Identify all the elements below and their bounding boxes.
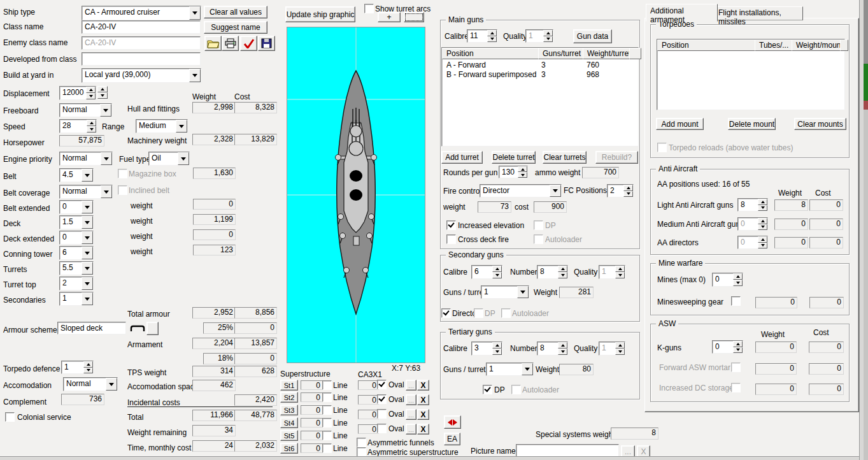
turret-top-select[interactable]: 2 (59, 277, 94, 291)
up-arrow-icon[interactable] (615, 342, 625, 349)
funnel4-oval-checkbox[interactable] (377, 424, 387, 433)
down-arrow-icon[interactable] (487, 36, 497, 43)
down-arrow-icon[interactable] (733, 347, 743, 354)
funnel4-remove-button[interactable]: X (417, 424, 429, 435)
up-arrow-icon[interactable] (518, 166, 527, 172)
nav-arrows-button[interactable] (444, 415, 461, 429)
open-file-button[interactable] (204, 36, 222, 51)
st1-button[interactable]: St1 (280, 380, 298, 391)
tg-calibre-stepper[interactable]: 3 (471, 341, 502, 356)
add-turret-button[interactable]: Add turret (441, 151, 483, 164)
st3-button[interactable]: St3 (280, 405, 298, 415)
up-arrow-icon[interactable] (623, 185, 633, 191)
turret-col-weight[interactable]: Weight/turret (583, 48, 634, 59)
chevron-down-icon[interactable] (82, 216, 93, 229)
chevron-down-icon[interactable] (106, 378, 117, 391)
zoom-in-button[interactable]: + (378, 12, 401, 22)
st4-button[interactable]: St4 (280, 417, 298, 428)
tg-dp-checkbox[interactable] (483, 385, 492, 394)
up-arrow-icon[interactable] (543, 30, 553, 36)
funnel4-more-button[interactable]: ... (406, 424, 416, 435)
sg-quality-stepper[interactable]: 1 (599, 265, 625, 279)
down-arrow-icon[interactable] (83, 368, 93, 374)
displacement-fine-stepper[interactable] (97, 86, 108, 99)
chevron-down-icon[interactable] (189, 6, 201, 20)
increased-elevation-checkbox[interactable] (446, 220, 456, 230)
tab-additional-armament[interactable]: Additional armament (646, 4, 718, 22)
medium-aa-stepper[interactable]: 0 (737, 217, 768, 231)
fc-positions-stepper[interactable]: 2 (607, 184, 634, 198)
belt-extended-select[interactable]: 0 (59, 200, 94, 214)
mines-stepper[interactable]: 0 (712, 273, 743, 287)
down-arrow-icon[interactable] (518, 172, 527, 178)
sg-director-checkbox[interactable] (441, 308, 451, 318)
kguns-stepper[interactable]: 0 (712, 340, 743, 354)
up-arrow-icon[interactable] (733, 341, 743, 347)
mg-calibre-stepper[interactable]: 11 (467, 29, 497, 43)
up-arrow-icon[interactable] (558, 266, 567, 272)
down-arrow-icon[interactable] (543, 36, 553, 43)
turret-row-position[interactable]: A - Forward (446, 61, 486, 69)
light-aa-stepper[interactable]: 8 (737, 198, 768, 212)
st2-button[interactable]: St2 (280, 392, 298, 403)
up-arrow-icon[interactable] (83, 361, 93, 368)
torpedo-col-position[interactable]: Position (657, 40, 759, 51)
cross-deck-checkbox[interactable] (446, 234, 456, 244)
armour-scheme-picker-button[interactable] (146, 322, 159, 335)
build-yard-select[interactable]: Local yard (39,000) (82, 68, 201, 83)
show-turret-arcs-checkbox[interactable] (364, 4, 374, 13)
funnel1-more-button[interactable]: ... (406, 380, 416, 391)
down-arrow-icon[interactable] (558, 272, 567, 278)
sg-number-stepper[interactable]: 8 (537, 265, 568, 279)
turret-col-position[interactable]: Position (442, 48, 543, 59)
down-arrow-icon[interactable] (558, 349, 567, 355)
funnel2-more-button[interactable]: ... (406, 394, 416, 405)
chevron-down-icon[interactable] (82, 231, 93, 244)
colonial-service-checkbox[interactable] (5, 412, 15, 422)
torpedo-col-tubes[interactable]: Tubes/... (755, 40, 796, 51)
down-arrow-icon[interactable] (87, 126, 96, 133)
down-arrow-icon[interactable] (492, 349, 502, 355)
up-arrow-icon[interactable] (733, 273, 743, 280)
torpedo-defence-stepper[interactable]: 1 (61, 361, 94, 374)
chevron-down-icon[interactable] (82, 169, 93, 182)
chevron-down-icon[interactable] (517, 286, 529, 298)
up-arrow-icon[interactable] (558, 342, 567, 349)
funnel1-remove-button[interactable]: X (417, 380, 429, 391)
chevron-down-icon[interactable] (101, 152, 112, 165)
funnel3-more-button[interactable]: ... (406, 409, 416, 420)
secondaries-select[interactable]: 1 (59, 292, 94, 306)
st1-line-checkbox[interactable] (322, 380, 332, 390)
up-arrow-icon[interactable] (87, 120, 96, 126)
funnel1-oval-checkbox[interactable] (377, 380, 387, 389)
tg-number-stepper[interactable]: 8 (537, 341, 568, 356)
up-arrow-icon[interactable] (615, 266, 625, 272)
print-button[interactable] (222, 36, 239, 51)
fuel-type-select[interactable]: Oil (148, 152, 190, 166)
developed-from-input[interactable] (82, 52, 201, 66)
chevron-down-icon[interactable] (82, 247, 93, 259)
class-name-input[interactable]: CA-20-IV (82, 20, 201, 34)
up-arrow-icon[interactable] (492, 342, 502, 349)
chevron-down-icon[interactable] (178, 152, 189, 165)
tab-flight-installations[interactable]: Flight installations, missiles (714, 6, 803, 20)
down-arrow-icon[interactable] (623, 191, 633, 198)
chevron-down-icon[interactable] (101, 185, 112, 198)
speed-stepper[interactable]: 28 (59, 119, 97, 133)
clear-turrets-button[interactable]: Clear turrets (543, 151, 587, 164)
st4-line-checkbox[interactable] (322, 418, 332, 428)
conning-tower-select[interactable]: 6 (59, 246, 94, 260)
deck-extended-select[interactable]: 0 (59, 231, 94, 245)
sg-guns-turret-select[interactable]: 1 (481, 285, 529, 299)
add-mount-button[interactable]: Add mount (656, 118, 704, 130)
st2-line-checkbox[interactable] (322, 392, 332, 402)
st5-line-checkbox[interactable] (322, 431, 332, 440)
chevron-down-icon[interactable] (189, 69, 201, 82)
mg-quality-stepper[interactable]: 1 (525, 29, 553, 43)
funnel2-remove-button[interactable]: X (417, 394, 429, 405)
down-arrow-icon[interactable] (97, 92, 108, 99)
turrets-select[interactable]: 5.5 (59, 261, 94, 275)
torpedo-col-weight[interactable]: Weight/mount (792, 40, 844, 51)
asymmetric-funnels-checkbox[interactable] (357, 438, 366, 447)
down-arrow-icon[interactable] (615, 272, 625, 278)
